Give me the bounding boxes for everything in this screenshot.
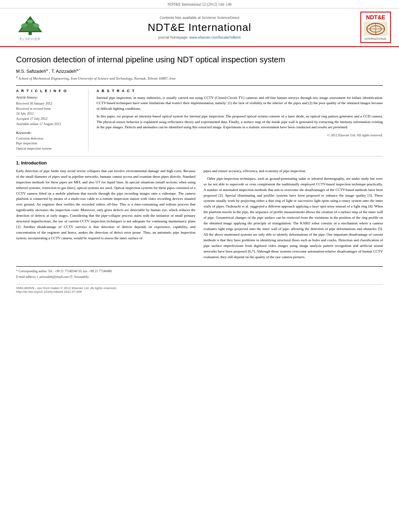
author1-sup: a [46,68,48,72]
author2-sup: a,* [76,68,80,72]
keywords-section: Keywords: Corrosion detection Pipe inspe… [16,131,83,151]
affiliation-text: School of Mechanical Engineering, Iran U… [19,76,176,80]
ndt-logo-image [364,22,388,36]
ndt-logo-title: NDT&E [364,14,388,21]
authors-line: M.S. Safizadeha , T. Azizzadeha,* [16,68,383,74]
elsevier-logo: ELSEVIER [8,14,52,41]
elsevier-tree-icon [14,14,46,36]
main-content: Corrosion detection of internal pipeline… [0,47,399,298]
affiliation-line: a School of Mechanical Engineering, Iran… [16,75,383,80]
issn-line: 0963-8695/$ - see front matter © 2012 El… [16,286,383,290]
abstract-p2: In this paper, we propose an intensity-b… [97,114,383,130]
history-label: Article history: [16,95,83,99]
ndt-logo-subtitle: INTERNATIONAL [364,37,388,41]
keyword-1: Pipe inspection [16,141,83,146]
journal-header: ELSEVIER Contents lists available at Sci… [0,8,399,47]
citation-bar: NDT&E International 52 (2012) 144–148 [0,0,399,8]
citation-text: NDT&E International 52 (2012) 144–148 [168,2,232,6]
footnote-email: E-mail address: t_azizzadeh@ymail.com (T… [16,275,383,279]
affiliation-sup: a [16,75,18,79]
keywords-label: Keywords: [16,131,83,135]
body-left-col: Early detection of pipe faults may avoid… [16,168,195,262]
history-item-3: Accepted 27 July 2012 [16,116,83,121]
body-right-p1: Other pipe-inspection techniques, such a… [204,176,383,260]
doi-line: http://dx.doi.org/10.1016/j.ndteint.2012… [16,290,383,294]
author1-name: M.S. Safizadeh [16,69,46,74]
journal-homepage: journal homepage: www.elsevier.com/locat… [52,35,347,39]
journal-url: www.elsevier.com/locate/ndteint [189,35,241,39]
abstract-label: A B S T R A C T [97,89,383,93]
history-item-1: Received in revised form [16,106,83,111]
elsevier-label: ELSEVIER [20,37,41,41]
footnote-corresponding: * Corresponding author. Tel.: +98 21 772… [16,269,383,274]
section-divider [16,156,383,156]
svg-point-5 [27,20,33,23]
bottom-bar: 0963-8695/$ - see front matter © 2012 El… [16,284,383,294]
keyword-2: Optical inspection system [16,146,83,151]
abstract-p1: Internal pipe inspection, in many indust… [97,95,383,112]
contents-line: Contents lists available at SciVerse Sci… [52,16,347,20]
paper-title: Corrosion detection of internal pipeline… [16,54,383,65]
history-item-0: Received 30 January 2012 [16,101,83,106]
abstract-col: A B S T R A C T Internal pipe inspection… [97,89,383,151]
history-item-2: 24 July 2012 [16,111,83,116]
ndt-logo-area: NDT&E INTERNATIONAL [347,12,391,43]
elsevier-logo-area: ELSEVIER [8,14,52,41]
footnotes: * Corresponding author. Tel.: +98 21 772… [16,266,383,279]
abstract-text: Internal pipe inspection, in many indust… [97,95,383,138]
journal-title: NDT&E International [52,21,347,34]
section1-heading: 1. Introduction [16,160,383,165]
article-info-col: A R T I C L E I N F O Article history: R… [16,89,88,151]
history-item-4: Available online 17 August 2012 [16,121,83,127]
body-left-text: Early detection of pipe faults may avoid… [16,168,195,241]
copyright-text: © 2012 Elsevier Ltd. All rights reserved… [97,133,383,138]
body-right-col: pipes and ensure accuracy, efficiency, a… [204,168,383,262]
ndt-pipe-icon [364,22,388,36]
journal-title-area: Contents lists available at SciVerse Sci… [52,16,347,39]
body-right-p0: pipes and ensure accuracy, efficiency, a… [204,168,383,174]
article-info-abstract: A R T I C L E I N F O Article history: R… [16,85,383,151]
body-two-col: Early detection of pipe faults may avoid… [16,168,383,262]
body-right-text: pipes and ensure accuracy, efficiency, a… [204,168,383,260]
author2-name: , T. Azizzadeh [49,69,76,74]
ndt-logo-box: NDT&E INTERNATIONAL [360,12,391,43]
keyword-0: Corrosion detection [16,136,83,141]
history-list: Received 30 January 2012 Received in rev… [16,101,83,127]
article-info-label: A R T I C L E I N F O [16,89,83,93]
body-left-p0: Early detection of pipe faults may avoid… [16,168,195,241]
